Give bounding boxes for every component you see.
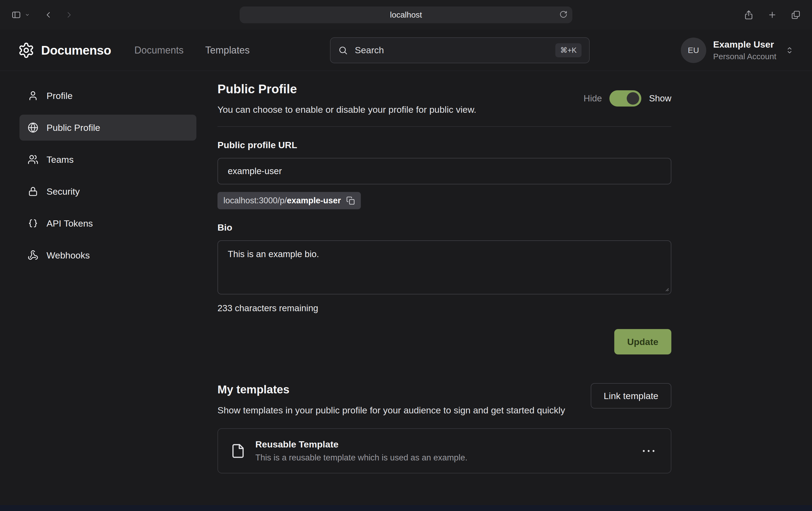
reload-icon — [559, 10, 568, 19]
profile-url-preview: localhost:3000/p/example-user — [218, 192, 361, 209]
hide-label: Hide — [584, 93, 602, 103]
resize-grip-icon[interactable] — [663, 286, 669, 292]
template-card: Reusable Template This is a reusable tem… — [218, 428, 671, 474]
page-subtitle: You can choose to enable or disable your… — [218, 104, 476, 115]
profile-url-slug: example-user — [287, 196, 341, 205]
address-bar[interactable]: localhost — [240, 6, 572, 23]
tabs-icon — [791, 10, 801, 20]
sidebar-item-label: Security — [47, 186, 80, 197]
nav-documents[interactable]: Documents — [135, 44, 184, 56]
sidebar-item-label: API Tokens — [47, 218, 93, 229]
profile-visibility-switch[interactable] — [609, 90, 641, 107]
app-header: Documenso Documents Templates ⌘+K EU Exa… — [0, 30, 812, 71]
back-button[interactable] — [45, 11, 53, 19]
webhook-icon — [28, 250, 38, 261]
address-bar-url: localhost — [390, 10, 422, 20]
chevrons-up-down-icon — [785, 46, 794, 55]
documenso-logo-icon — [18, 42, 35, 59]
templates-head-text: My templates Show templates in your publ… — [218, 383, 565, 417]
search-shortcut-badge: ⌘+K — [555, 43, 582, 57]
template-actions-button[interactable] — [639, 446, 658, 456]
account-name: Example User — [713, 39, 776, 50]
chevron-right-icon — [65, 11, 73, 19]
account-type: Personal Account — [713, 52, 776, 61]
visibility-toggle-group: Hide Show — [584, 90, 671, 107]
share-icon — [744, 10, 754, 20]
primary-nav: Documents Templates — [135, 44, 250, 56]
page-head-text: Public Profile You can choose to enable … — [218, 82, 476, 115]
search-bar[interactable]: ⌘+K — [330, 37, 590, 63]
link-template-button[interactable]: Link template — [591, 383, 671, 409]
braces-icon — [28, 218, 38, 229]
sidebar-item-webhooks[interactable]: Webhooks — [20, 242, 196, 268]
public-profile-url-label: Public profile URL — [218, 140, 671, 150]
characters-remaining: 233 characters remaining — [218, 303, 671, 313]
documenso-app: Documenso Documents Templates ⌘+K EU Exa… — [0, 30, 812, 505]
sidebar-icon — [11, 10, 21, 20]
sidebar-item-profile[interactable]: Profile — [20, 83, 196, 109]
reload-button[interactable] — [559, 10, 568, 19]
public-profile-url-input[interactable] — [218, 158, 671, 184]
brand[interactable]: Documenso — [18, 42, 111, 59]
globe-icon — [28, 122, 38, 133]
sidebar-item-api-tokens[interactable]: API Tokens — [20, 210, 196, 236]
new-tab-button[interactable] — [767, 10, 777, 20]
sidebar-item-label: Public Profile — [47, 122, 100, 133]
search-input[interactable] — [354, 44, 549, 56]
account-menu[interactable]: EU Example User Personal Account — [681, 37, 794, 63]
app-body: Profile Public Profile Teams Security — [0, 71, 812, 505]
public-profile-settings: Public Profile You can choose to enable … — [218, 71, 671, 505]
my-templates-section: My templates Show templates in your publ… — [218, 383, 671, 474]
show-label: Show — [649, 93, 671, 103]
nav-templates[interactable]: Templates — [205, 44, 250, 56]
templates-description: Show templates in your public profile fo… — [218, 404, 565, 417]
user-icon — [28, 90, 38, 101]
tab-overview-button[interactable] — [791, 10, 801, 20]
profile-url-text: localhost:3000/p/example-user — [224, 196, 341, 206]
browser-nav-controls — [11, 10, 240, 20]
sidebar-dropdown-button[interactable] — [25, 12, 30, 17]
bio-label: Bio — [218, 222, 671, 233]
account-labels: Example User Personal Account — [713, 39, 776, 61]
sidebar-item-label: Webhooks — [47, 250, 90, 261]
users-icon — [28, 154, 38, 165]
bio-textarea[interactable]: This is an example bio. — [218, 240, 671, 295]
chevron-down-icon — [25, 12, 30, 17]
share-button[interactable] — [744, 10, 754, 20]
sidebar-item-label: Teams — [47, 154, 74, 165]
plus-icon — [767, 10, 777, 20]
avatar: EU — [681, 37, 706, 63]
update-button[interactable]: Update — [614, 329, 671, 355]
sidebar-item-label: Profile — [47, 91, 72, 101]
templates-title: My templates — [218, 383, 565, 396]
brand-wordmark: Documenso — [41, 43, 111, 58]
sidebar-toggle-button[interactable] — [11, 10, 21, 20]
template-description: This is a reusable template which is use… — [255, 453, 467, 462]
window-bottom-edge — [0, 505, 812, 511]
settings-sidebar: Profile Public Profile Teams Security — [0, 71, 196, 505]
template-card-text: Reusable Template This is a reusable tem… — [255, 439, 467, 462]
copy-url-button[interactable] — [346, 196, 355, 205]
forward-button[interactable] — [65, 11, 73, 19]
sidebar-item-public-profile[interactable]: Public Profile — [20, 115, 196, 141]
page-title: Public Profile — [218, 82, 476, 96]
copy-icon — [346, 196, 355, 205]
lock-icon — [28, 186, 38, 197]
chevron-left-icon — [45, 11, 53, 19]
template-name: Reusable Template — [255, 439, 467, 450]
sidebar-item-teams[interactable]: Teams — [20, 147, 196, 173]
sidebar-item-security[interactable]: Security — [20, 178, 196, 204]
ellipsis-icon — [642, 449, 656, 453]
search-icon — [338, 46, 348, 55]
browser-window-controls — [572, 10, 801, 20]
browser-chrome: localhost — [0, 0, 812, 30]
section-divider — [218, 126, 671, 127]
file-icon — [230, 443, 245, 458]
switch-knob — [627, 92, 639, 104]
